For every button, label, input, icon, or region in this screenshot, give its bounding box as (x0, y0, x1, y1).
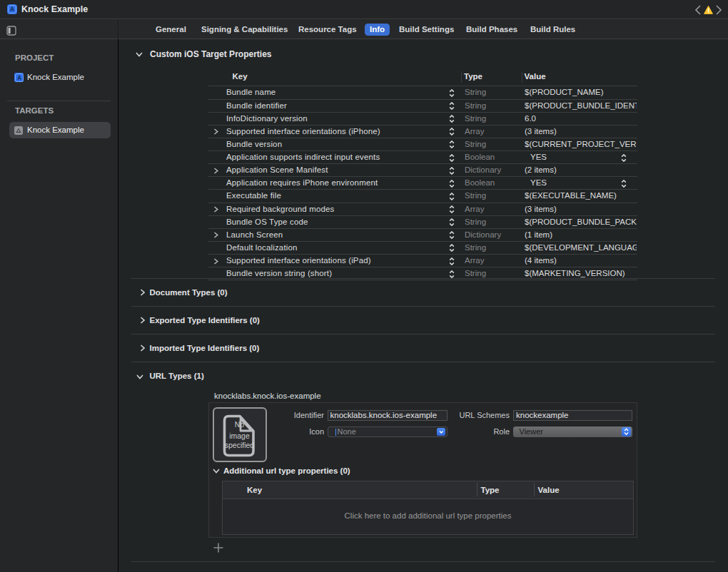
svg-text:specified: specified (224, 440, 254, 449)
svg-text:No: No (234, 420, 244, 429)
svg-text:image: image (229, 431, 250, 439)
